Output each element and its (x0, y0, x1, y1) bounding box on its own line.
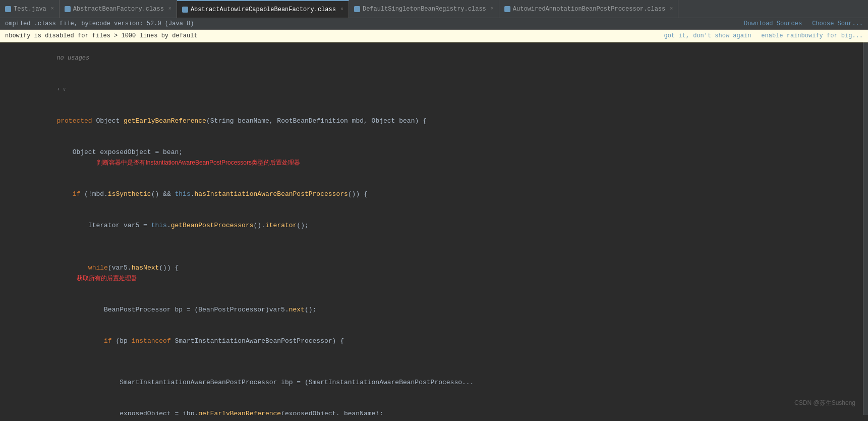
info-bar-text: ompiled .class file, bytecode version: 5… (5, 20, 194, 27)
line-num-if (0, 179, 23, 210)
annotation-1: 判断容器中是否有InstantiationAwareBeanPostProces… (97, 159, 300, 166)
tab-close-autowire[interactable]: × (340, 7, 343, 12)
download-sources-link[interactable]: Download Sources (744, 20, 802, 27)
code-line-while: while(var5.hasNext()) { 获取所有的后置处理器 (0, 252, 863, 294)
code-line-fold: ⬇ ∨ (0, 74, 863, 106)
line-number (0, 42, 23, 74)
watermark: CSDN @苏生Susheng (794, 399, 855, 407)
tab-abstract-bean-factory[interactable]: AbstractBeanFactory.class × (60, 0, 177, 18)
tab-icon-singleton (354, 6, 360, 12)
line-code-no-usages: no usages (23, 42, 863, 74)
code-line-method-sig: protected Object getEarlyBeanReference(S… (0, 106, 863, 137)
tab-test-java[interactable]: Test.java × (0, 0, 60, 18)
line-num-ibp (0, 398, 23, 415)
tab-label-annotation: AutowiredAnnotationBeanPostProcessor.cla… (513, 6, 665, 13)
line-code-exposed: Object exposedObject = bean; 判断容器中是否有Ins… (23, 137, 863, 179)
line-code-smart: SmartInstantiationAwareBeanPostProcessor… (23, 367, 863, 398)
code-line-blank1 (0, 241, 863, 252)
code-line-instanceof: if (bp instanceof SmartInstantiationAwar… (0, 326, 863, 367)
line-code-blank1 (23, 241, 863, 252)
code-editor[interactable]: no usages ⬇ ∨ protected Object getEarlyB… (0, 42, 863, 415)
line-num-instanceof (0, 326, 23, 367)
warning-bar-text: nbowify is disabled for files > 1000 lin… (5, 32, 198, 39)
code-line-no-usages: no usages (0, 42, 863, 74)
tab-label-singleton: DefaultSingletonBeanRegistry.class (363, 6, 486, 13)
tab-close-abstract-bean[interactable]: × (168, 6, 171, 12)
line-num-iterator (0, 210, 23, 241)
line-number-fold (0, 74, 23, 106)
code-line-if: if (!mbd.isSynthetic() && this.hasInstan… (0, 179, 863, 210)
line-num-blank1 (0, 241, 23, 252)
tab-label-abstract-bean: AbstractBeanFactory.class (73, 6, 164, 13)
right-scrollbar[interactable] (863, 42, 868, 415)
line-num-bpp (0, 294, 23, 326)
tab-close-singleton[interactable]: × (491, 6, 494, 12)
tab-bar: Test.java × AbstractBeanFactory.class × … (0, 0, 868, 18)
line-code-if: if (!mbd.isSynthetic() && this.hasInstan… (23, 179, 863, 210)
warning-bar-actions: got it, don't show again enable rainbowi… (664, 32, 863, 39)
code-line-bpp: BeanPostProcessor bp = (BeanPostProcesso… (0, 294, 863, 326)
tab-autowired-annotation[interactable]: AutowiredAnnotationBeanPostProcessor.cla… (499, 0, 678, 18)
line-code-instanceof: if (bp instanceof SmartInstantiationAwar… (23, 326, 863, 367)
tab-label-autowire: AbstractAutowireCapableBeanFactory.class (191, 6, 336, 13)
code-area: no usages ⬇ ∨ protected Object getEarlyB… (0, 42, 868, 415)
code-line-exposed: Object exposedObject = bean; 判断容器中是否有Ins… (0, 137, 863, 179)
got-it-link[interactable]: got it, don't show again (664, 32, 751, 39)
tab-icon-annotation (504, 6, 510, 12)
line-num-while (0, 252, 23, 294)
code-line-smart: SmartInstantiationAwareBeanPostProcessor… (0, 367, 863, 398)
info-bar: ompiled .class file, bytecode version: 5… (0, 18, 868, 30)
warning-bar: nbowify is disabled for files > 1000 lin… (0, 30, 868, 42)
no-usages-label: no usages (56, 55, 89, 62)
code-line-iterator: Iterator var5 = this.getBeanPostProcesso… (0, 210, 863, 241)
tab-close-test-java[interactable]: × (51, 6, 54, 12)
line-num-smart (0, 367, 23, 398)
fold-icon[interactable]: ⬇ ∨ (56, 87, 66, 92)
enable-rainbowify-link[interactable]: enable rainbowify for big... (761, 32, 863, 39)
info-bar-actions: Download Sources Choose Sour... (744, 20, 863, 27)
line-code-fold: ⬇ ∨ (23, 74, 863, 106)
choose-sources-link[interactable]: Choose Sour... (812, 20, 863, 27)
line-code-ibp: exposedObject = ibp.getEarlyBeanReferenc… (23, 398, 863, 415)
tab-default-singleton[interactable]: DefaultSingletonBeanRegistry.class × (349, 0, 499, 18)
line-code-method-sig: protected Object getEarlyBeanReference(S… (23, 106, 863, 137)
tab-icon-abstract-bean (65, 6, 71, 12)
line-code-bpp: BeanPostProcessor bp = (BeanPostProcesso… (23, 294, 863, 326)
line-code-iterator: Iterator var5 = this.getBeanPostProcesso… (23, 210, 863, 241)
line-code-while: while(var5.hasNext()) { 获取所有的后置处理器 (23, 252, 863, 294)
annotation-2: 获取所有的后置处理器 (77, 275, 137, 282)
tab-close-annotation[interactable]: × (670, 6, 673, 12)
tab-icon-java (5, 6, 11, 12)
tab-abstract-autowire[interactable]: AbstractAutowireCapableBeanFactory.class… (177, 0, 349, 18)
line-num-exposed (0, 137, 23, 179)
code-line-ibp: exposedObject = ibp.getEarlyBeanReferenc… (0, 398, 863, 415)
line-num-method (0, 106, 23, 137)
tab-label-test-java: Test.java (14, 6, 46, 13)
tab-icon-autowire (182, 7, 188, 13)
